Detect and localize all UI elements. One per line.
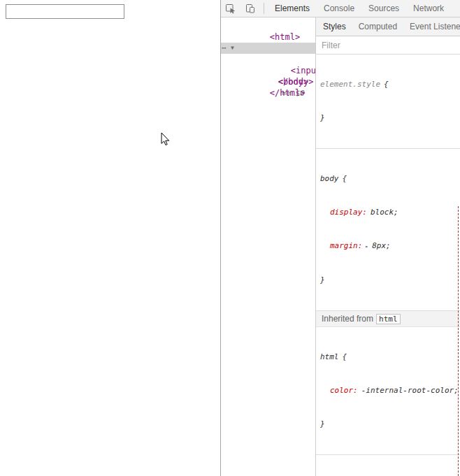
close-brace: } xyxy=(320,419,457,430)
mouse-cursor-icon xyxy=(161,132,171,146)
rule-selector-line[interactable]: html{ xyxy=(320,352,457,363)
tab-sources[interactable]: Sources xyxy=(361,0,406,17)
rule-html: html{ color:-internal-root-color; } xyxy=(316,327,460,455)
property-value[interactable]: -internal-root-color; xyxy=(361,386,459,395)
dom-node-body-selected[interactable]: ⋯ ▼ <body> == $0 xyxy=(221,43,315,54)
close-brace: } xyxy=(320,275,457,286)
property-value[interactable]: block; xyxy=(371,208,398,217)
inspect-element-icon[interactable] xyxy=(221,0,240,17)
rule-element-style: element.style{ } xyxy=(316,55,460,149)
page-text-input[interactable] xyxy=(6,4,124,19)
css-property-margin[interactable]: margin:▸8px; xyxy=(320,240,457,252)
styles-filter-bar xyxy=(316,36,460,55)
inherited-label: Inherited from xyxy=(322,314,373,324)
dom-node-input[interactable]: <input> xyxy=(221,54,315,65)
dom-node-body-close[interactable]: </body> xyxy=(221,65,315,76)
property-name[interactable]: display: xyxy=(330,208,367,217)
dom-tree-panel: <html> <head></head> ⋯ ▼ <body> == $0 <i… xyxy=(221,17,315,476)
rule-selector-line[interactable]: element.style{ xyxy=(320,79,457,90)
expand-arrow-icon[interactable]: ▼ xyxy=(231,43,234,54)
overflow-dots-icon[interactable]: ⋯ xyxy=(222,43,226,54)
open-brace: { xyxy=(343,352,347,361)
property-name[interactable]: margin: xyxy=(330,241,362,250)
inherited-node-link[interactable]: html xyxy=(376,314,401,324)
rule-selector-line[interactable]: body{ xyxy=(320,173,457,185)
open-brace: { xyxy=(384,80,389,89)
tab-event-listeners[interactable]: Event Listeners xyxy=(403,17,460,36)
styles-filter-input[interactable] xyxy=(322,41,454,50)
styles-sidebar: Styles Computed Event Listeners element.… xyxy=(315,17,460,476)
dom-node-html-open[interactable]: <html> xyxy=(221,20,315,31)
open-brace: { xyxy=(343,174,347,183)
dashed-guide-line xyxy=(458,206,459,476)
selector: element.style xyxy=(320,80,380,89)
devtools-panel: Elements Console Sources Network <html> … xyxy=(220,0,460,476)
dom-node-head[interactable]: <head></head> xyxy=(221,31,315,43)
tab-elements[interactable]: Elements xyxy=(268,0,317,17)
property-name[interactable]: color: xyxy=(330,386,358,395)
device-toolbar-icon[interactable] xyxy=(240,0,260,17)
styles-tab-bar: Styles Computed Event Listeners xyxy=(316,17,460,36)
dom-node-html-close[interactable]: </html> xyxy=(221,76,315,87)
tab-console[interactable]: Console xyxy=(317,0,361,17)
css-property-display[interactable]: display:block; xyxy=(320,207,457,218)
rule-body: body{ display:block; margin:▸8px; } xyxy=(316,149,460,311)
close-brace: } xyxy=(320,113,457,124)
toolbar-separator xyxy=(264,3,264,14)
dom-tag: </html> xyxy=(270,88,306,98)
expand-property-icon[interactable]: ▸ xyxy=(365,243,368,250)
selector: body xyxy=(320,174,339,183)
tab-network[interactable]: Network xyxy=(406,0,451,17)
page-content xyxy=(0,0,220,476)
property-value[interactable]: 8px; xyxy=(372,241,391,250)
css-property-color[interactable]: color:-internal-root-color; xyxy=(320,385,457,396)
inherited-from-header: Inherited fromhtml xyxy=(316,311,460,327)
tab-styles[interactable]: Styles xyxy=(317,17,352,36)
devtools-toolbar: Elements Console Sources Network xyxy=(221,0,460,17)
tab-computed[interactable]: Computed xyxy=(352,17,403,36)
selector: html xyxy=(320,352,339,361)
